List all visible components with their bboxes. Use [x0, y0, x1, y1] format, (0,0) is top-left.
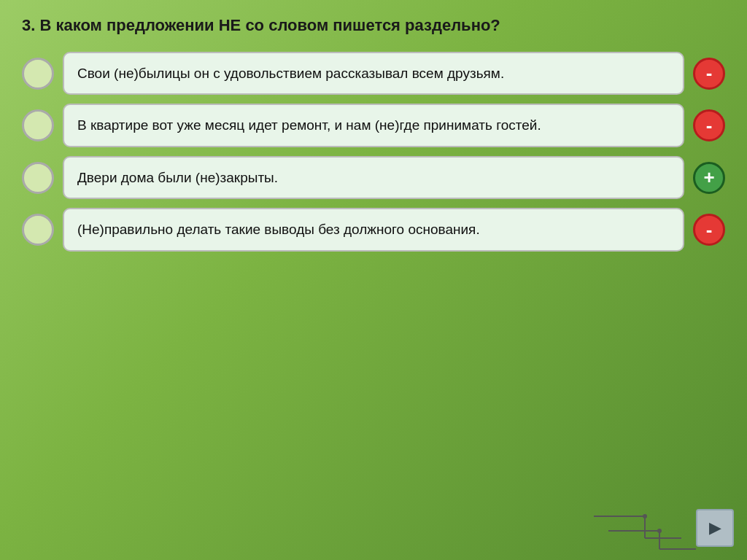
sign-btn-2[interactable]: -: [693, 109, 725, 141]
answer-row-4: (Не)правильно делать такие выводы без до…: [22, 208, 725, 252]
svg-point-7: [657, 529, 662, 533]
answer-box-2[interactable]: В квартире вот уже месяц идет ремонт, и …: [63, 104, 684, 147]
answer-box-1[interactable]: Свои (не)былицы он с удовольствием расск…: [63, 52, 684, 96]
sign-btn-3[interactable]: +: [693, 162, 725, 194]
radio-2[interactable]: [22, 109, 54, 141]
answer-row-3: Двери дома были (не)закрыты. +: [22, 156, 725, 200]
answer-row-1: Свои (не)былицы он с удовольствием расск…: [22, 52, 725, 96]
nav-next-button[interactable]: [696, 509, 734, 547]
answer-box-3[interactable]: Двери дома были (не)закрыты.: [63, 156, 684, 200]
svg-point-6: [643, 514, 647, 518]
next-arrow[interactable]: [696, 509, 734, 547]
radio-4[interactable]: [22, 214, 54, 246]
radio-1[interactable]: [22, 58, 54, 90]
sign-btn-4[interactable]: -: [693, 214, 725, 246]
question-text: 3. В каком предложении НЕ со словом пише…: [22, 15, 725, 37]
answer-box-4[interactable]: (Не)правильно делать такие выводы без до…: [63, 208, 684, 252]
answer-row-2: В квартире вот уже месяц идет ремонт, и …: [22, 104, 725, 147]
main-container: 3. В каком предложении НЕ со словом пише…: [0, 0, 747, 560]
answers-list: Свои (не)былицы он с удовольствием расск…: [22, 52, 725, 252]
radio-3[interactable]: [22, 162, 54, 194]
sign-btn-1[interactable]: -: [693, 58, 725, 90]
